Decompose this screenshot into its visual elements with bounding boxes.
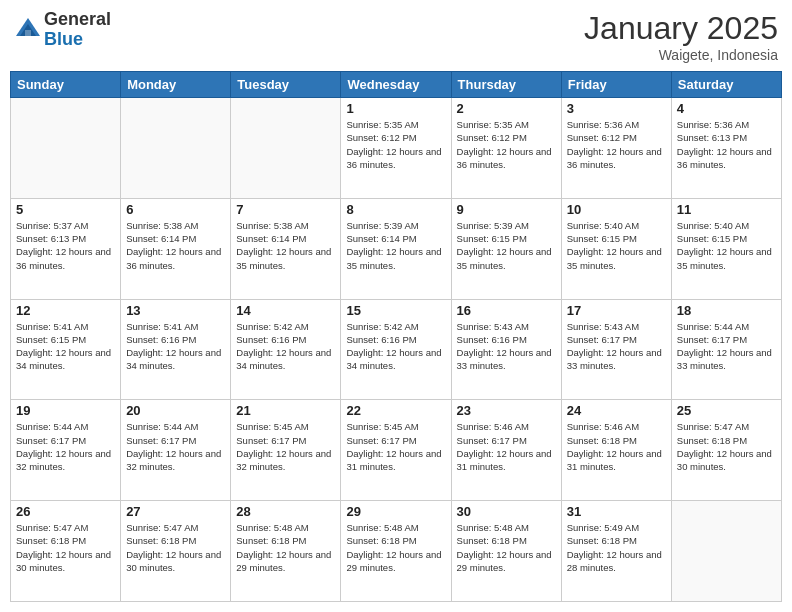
day-number: 6 xyxy=(126,202,225,217)
col-tuesday: Tuesday xyxy=(231,72,341,98)
day-info: Sunrise: 5:45 AM Sunset: 6:17 PM Dayligh… xyxy=(236,420,335,473)
calendar-week-row: 5Sunrise: 5:37 AM Sunset: 6:13 PM Daylig… xyxy=(11,198,782,299)
table-row: 14Sunrise: 5:42 AM Sunset: 6:16 PM Dayli… xyxy=(231,299,341,400)
day-number: 26 xyxy=(16,504,115,519)
day-info: Sunrise: 5:47 AM Sunset: 6:18 PM Dayligh… xyxy=(126,521,225,574)
table-row: 3Sunrise: 5:36 AM Sunset: 6:12 PM Daylig… xyxy=(561,98,671,199)
calendar-header-row: Sunday Monday Tuesday Wednesday Thursday… xyxy=(11,72,782,98)
day-number: 4 xyxy=(677,101,776,116)
day-info: Sunrise: 5:40 AM Sunset: 6:15 PM Dayligh… xyxy=(567,219,666,272)
table-row: 20Sunrise: 5:44 AM Sunset: 6:17 PM Dayli… xyxy=(121,400,231,501)
day-number: 20 xyxy=(126,403,225,418)
day-info: Sunrise: 5:43 AM Sunset: 6:16 PM Dayligh… xyxy=(457,320,556,373)
day-info: Sunrise: 5:39 AM Sunset: 6:14 PM Dayligh… xyxy=(346,219,445,272)
table-row xyxy=(231,98,341,199)
day-number: 13 xyxy=(126,303,225,318)
table-row: 18Sunrise: 5:44 AM Sunset: 6:17 PM Dayli… xyxy=(671,299,781,400)
logo: General Blue xyxy=(14,10,111,50)
table-row: 16Sunrise: 5:43 AM Sunset: 6:16 PM Dayli… xyxy=(451,299,561,400)
table-row: 21Sunrise: 5:45 AM Sunset: 6:17 PM Dayli… xyxy=(231,400,341,501)
table-row: 28Sunrise: 5:48 AM Sunset: 6:18 PM Dayli… xyxy=(231,501,341,602)
day-number: 17 xyxy=(567,303,666,318)
col-sunday: Sunday xyxy=(11,72,121,98)
day-info: Sunrise: 5:49 AM Sunset: 6:18 PM Dayligh… xyxy=(567,521,666,574)
day-number: 19 xyxy=(16,403,115,418)
col-monday: Monday xyxy=(121,72,231,98)
logo-general-text: General xyxy=(44,9,111,29)
calendar-week-row: 19Sunrise: 5:44 AM Sunset: 6:17 PM Dayli… xyxy=(11,400,782,501)
table-row: 4Sunrise: 5:36 AM Sunset: 6:13 PM Daylig… xyxy=(671,98,781,199)
table-row: 19Sunrise: 5:44 AM Sunset: 6:17 PM Dayli… xyxy=(11,400,121,501)
day-info: Sunrise: 5:44 AM Sunset: 6:17 PM Dayligh… xyxy=(126,420,225,473)
day-info: Sunrise: 5:47 AM Sunset: 6:18 PM Dayligh… xyxy=(677,420,776,473)
table-row: 30Sunrise: 5:48 AM Sunset: 6:18 PM Dayli… xyxy=(451,501,561,602)
day-number: 30 xyxy=(457,504,556,519)
day-info: Sunrise: 5:44 AM Sunset: 6:17 PM Dayligh… xyxy=(677,320,776,373)
table-row: 24Sunrise: 5:46 AM Sunset: 6:18 PM Dayli… xyxy=(561,400,671,501)
day-number: 22 xyxy=(346,403,445,418)
calendar-week-row: 26Sunrise: 5:47 AM Sunset: 6:18 PM Dayli… xyxy=(11,501,782,602)
table-row: 5Sunrise: 5:37 AM Sunset: 6:13 PM Daylig… xyxy=(11,198,121,299)
header: General Blue January 2025 Waigete, Indon… xyxy=(10,10,782,63)
day-number: 11 xyxy=(677,202,776,217)
col-wednesday: Wednesday xyxy=(341,72,451,98)
table-row: 11Sunrise: 5:40 AM Sunset: 6:15 PM Dayli… xyxy=(671,198,781,299)
table-row: 15Sunrise: 5:42 AM Sunset: 6:16 PM Dayli… xyxy=(341,299,451,400)
day-number: 25 xyxy=(677,403,776,418)
location: Waigete, Indonesia xyxy=(584,47,778,63)
day-info: Sunrise: 5:43 AM Sunset: 6:17 PM Dayligh… xyxy=(567,320,666,373)
day-number: 28 xyxy=(236,504,335,519)
day-info: Sunrise: 5:35 AM Sunset: 6:12 PM Dayligh… xyxy=(346,118,445,171)
table-row: 17Sunrise: 5:43 AM Sunset: 6:17 PM Dayli… xyxy=(561,299,671,400)
table-row: 26Sunrise: 5:47 AM Sunset: 6:18 PM Dayli… xyxy=(11,501,121,602)
calendar-week-row: 1Sunrise: 5:35 AM Sunset: 6:12 PM Daylig… xyxy=(11,98,782,199)
day-number: 9 xyxy=(457,202,556,217)
day-number: 21 xyxy=(236,403,335,418)
month-title: January 2025 xyxy=(584,10,778,47)
col-saturday: Saturday xyxy=(671,72,781,98)
day-info: Sunrise: 5:38 AM Sunset: 6:14 PM Dayligh… xyxy=(126,219,225,272)
day-info: Sunrise: 5:35 AM Sunset: 6:12 PM Dayligh… xyxy=(457,118,556,171)
day-number: 24 xyxy=(567,403,666,418)
calendar-week-row: 12Sunrise: 5:41 AM Sunset: 6:15 PM Dayli… xyxy=(11,299,782,400)
day-number: 15 xyxy=(346,303,445,318)
logo-blue-text: Blue xyxy=(44,29,83,49)
day-number: 18 xyxy=(677,303,776,318)
day-info: Sunrise: 5:41 AM Sunset: 6:15 PM Dayligh… xyxy=(16,320,115,373)
day-info: Sunrise: 5:45 AM Sunset: 6:17 PM Dayligh… xyxy=(346,420,445,473)
day-info: Sunrise: 5:48 AM Sunset: 6:18 PM Dayligh… xyxy=(457,521,556,574)
table-row: 29Sunrise: 5:48 AM Sunset: 6:18 PM Dayli… xyxy=(341,501,451,602)
svg-rect-2 xyxy=(25,30,31,36)
table-row: 23Sunrise: 5:46 AM Sunset: 6:17 PM Dayli… xyxy=(451,400,561,501)
day-number: 2 xyxy=(457,101,556,116)
day-number: 31 xyxy=(567,504,666,519)
table-row xyxy=(671,501,781,602)
table-row xyxy=(121,98,231,199)
day-number: 10 xyxy=(567,202,666,217)
day-info: Sunrise: 5:36 AM Sunset: 6:13 PM Dayligh… xyxy=(677,118,776,171)
calendar-table: Sunday Monday Tuesday Wednesday Thursday… xyxy=(10,71,782,602)
day-info: Sunrise: 5:42 AM Sunset: 6:16 PM Dayligh… xyxy=(236,320,335,373)
page: General Blue January 2025 Waigete, Indon… xyxy=(0,0,792,612)
day-number: 16 xyxy=(457,303,556,318)
day-number: 7 xyxy=(236,202,335,217)
day-info: Sunrise: 5:37 AM Sunset: 6:13 PM Dayligh… xyxy=(16,219,115,272)
day-info: Sunrise: 5:46 AM Sunset: 6:18 PM Dayligh… xyxy=(567,420,666,473)
day-info: Sunrise: 5:46 AM Sunset: 6:17 PM Dayligh… xyxy=(457,420,556,473)
day-number: 12 xyxy=(16,303,115,318)
day-number: 29 xyxy=(346,504,445,519)
day-info: Sunrise: 5:36 AM Sunset: 6:12 PM Dayligh… xyxy=(567,118,666,171)
day-info: Sunrise: 5:47 AM Sunset: 6:18 PM Dayligh… xyxy=(16,521,115,574)
logo-icon xyxy=(14,16,42,44)
day-info: Sunrise: 5:42 AM Sunset: 6:16 PM Dayligh… xyxy=(346,320,445,373)
table-row: 6Sunrise: 5:38 AM Sunset: 6:14 PM Daylig… xyxy=(121,198,231,299)
col-friday: Friday xyxy=(561,72,671,98)
table-row: 12Sunrise: 5:41 AM Sunset: 6:15 PM Dayli… xyxy=(11,299,121,400)
day-info: Sunrise: 5:39 AM Sunset: 6:15 PM Dayligh… xyxy=(457,219,556,272)
table-row: 27Sunrise: 5:47 AM Sunset: 6:18 PM Dayli… xyxy=(121,501,231,602)
day-info: Sunrise: 5:40 AM Sunset: 6:15 PM Dayligh… xyxy=(677,219,776,272)
table-row: 31Sunrise: 5:49 AM Sunset: 6:18 PM Dayli… xyxy=(561,501,671,602)
table-row: 13Sunrise: 5:41 AM Sunset: 6:16 PM Dayli… xyxy=(121,299,231,400)
table-row: 25Sunrise: 5:47 AM Sunset: 6:18 PM Dayli… xyxy=(671,400,781,501)
day-number: 23 xyxy=(457,403,556,418)
